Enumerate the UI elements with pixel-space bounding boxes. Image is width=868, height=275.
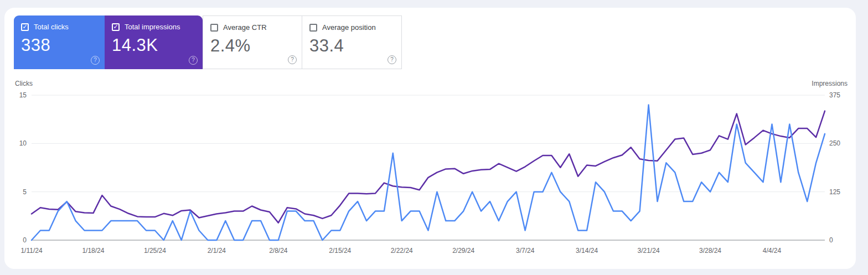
left-tick-15: 15 bbox=[9, 91, 27, 100]
date-label-4-4-24: 4/4/24 bbox=[748, 247, 795, 255]
date-label-2-15-24: 2/15/24 bbox=[317, 247, 363, 255]
date-label-2-29-24: 2/29/24 bbox=[440, 247, 487, 255]
right-tick-375: 375 bbox=[829, 91, 840, 100]
left-tick-0: 0 bbox=[9, 236, 27, 245]
date-label-3-28-24: 3/28/24 bbox=[687, 247, 733, 255]
performance-panel: ✓Total clicks338?✓Total impressions14.3K… bbox=[4, 8, 856, 269]
date-label-2-8-24: 2/8/24 bbox=[255, 247, 302, 255]
right-tick-125: 125 bbox=[829, 188, 840, 196]
right-tick-0: 0 bbox=[829, 236, 833, 245]
right-tick-250: 250 bbox=[829, 139, 840, 148]
date-label-1-11-24: 1/11/24 bbox=[8, 247, 55, 255]
chart-plot-area[interactable] bbox=[32, 95, 825, 240]
date-label-3-7-24: 3/7/24 bbox=[502, 247, 549, 255]
date-label-2-1-24: 2/1/24 bbox=[193, 247, 240, 255]
date-label-2-22-24: 2/22/24 bbox=[379, 247, 425, 255]
left-tick-10: 10 bbox=[9, 139, 27, 148]
date-label-1-18-24: 1/18/24 bbox=[70, 247, 116, 255]
date-label-1-25-24: 1/25/24 bbox=[132, 247, 178, 255]
date-label-3-14-24: 3/14/24 bbox=[564, 247, 610, 255]
search-console-performance-page: { "page": { "background": "#eff1f7", "pa… bbox=[0, 0, 868, 275]
left-tick-5: 5 bbox=[9, 188, 27, 196]
date-label-3-21-24: 3/21/24 bbox=[626, 247, 672, 255]
